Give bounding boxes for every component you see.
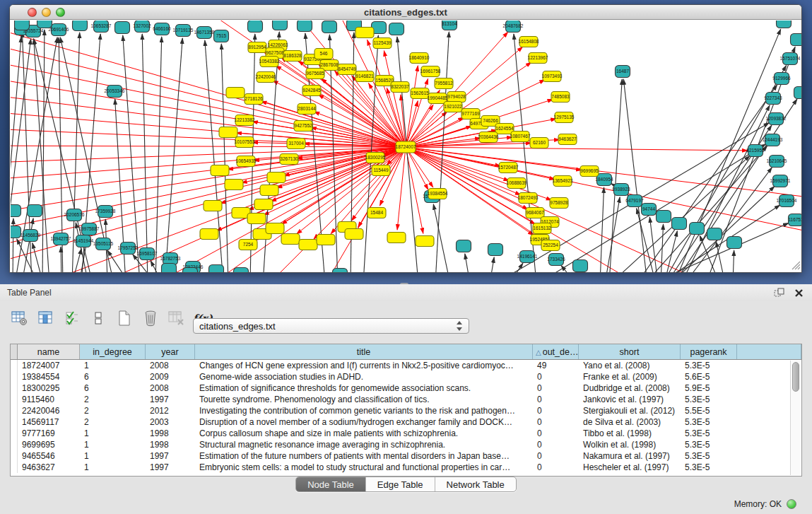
column-header-year[interactable]: year [146,344,195,359]
new-column-icon[interactable] [114,308,134,328]
graph-edge[interactable] [733,250,734,273]
cell-name[interactable]: 9699695 [18,439,80,450]
cell-year[interactable]: 1997 [146,394,195,405]
graph-node[interactable] [345,229,363,240]
graph-edge[interactable] [11,93,406,147]
table-row[interactable]: 1938455462009Genome-wide association stu… [11,371,801,382]
cell-year[interactable]: 1997 [146,450,195,462]
table-scrollbar[interactable] [790,361,801,475]
graph-node[interactable] [355,28,374,38]
tab-node-table[interactable]: Node Table [296,477,366,491]
cell-short[interactable]: Nakamura et al. (1997) [579,450,681,462]
cell-pagerank[interactable]: 5.5E-5 [681,405,737,416]
graph-node[interactable] [247,214,266,224]
cell-short[interactable]: Wolkin et al. (1998) [579,439,681,450]
cell-short[interactable]: Hescheler et al. (1997) [579,462,681,473]
row-height-icon[interactable] [88,308,108,328]
graph-node[interactable] [690,223,705,235]
cell-name[interactable]: 18724007 [18,360,80,371]
cell-outde[interactable]: 0 [533,450,579,462]
cell-pagerank[interactable]: 5.6E-5 [681,371,737,382]
cell-indegree[interactable]: 2 [80,394,146,405]
column-header-pagerank[interactable]: pagerank [681,344,737,359]
cell-title[interactable]: Changes of HCN gene expression and I(f) … [195,360,533,371]
cell-pagerank[interactable]: 5.3E-5 [681,450,737,462]
graph-edge[interactable] [645,146,767,273]
graph-edge[interactable] [623,79,647,273]
cell-name[interactable]: 9463627 [18,462,80,473]
graph-node[interactable] [298,21,312,32]
cell-short[interactable]: Jankovic et al. (1997) [579,394,681,405]
graph-node[interactable] [219,127,237,138]
cell-title[interactable]: Tourette syndrome. Phenomenology and cla… [195,394,533,405]
table-row[interactable]: 977716911998Corpus callosum shape and si… [11,428,801,439]
graph-edge[interactable] [716,242,725,273]
graph-node[interactable] [37,21,52,28]
table-row[interactable]: 946362711997Embryonic stem cells: a mode… [11,462,801,473]
graph-edge[interactable] [33,243,43,273]
column-header-short[interactable]: short [579,344,681,359]
close-panel-icon[interactable] [792,286,805,299]
cell-outde[interactable]: 0 [533,428,579,439]
cell-pagerank[interactable]: 5.3E-5 [681,439,737,450]
cell-year[interactable]: 2003 [146,416,195,428]
graph-node[interactable] [281,234,300,245]
cell-indegree[interactable]: 6 [80,371,146,382]
cell-name[interactable]: 14569117 [18,416,80,428]
cell-indegree[interactable]: 1 [80,462,146,473]
graph-node[interactable] [254,199,273,210]
graph-node[interactable] [15,21,30,30]
cell-pagerank[interactable]: 5.3E-5 [681,462,737,473]
graph-node[interactable] [11,205,21,217]
cell-indegree[interactable]: 1 [80,360,146,371]
graph-node[interactable] [794,87,803,99]
cell-outde[interactable]: 0 [533,371,579,382]
graph-node[interactable] [389,23,404,35]
network-canvas[interactable]: 1935572420691406106532871327002646616010… [11,21,802,273]
cell-outde[interactable]: 49 [533,360,579,371]
graph-edge[interactable] [123,35,140,273]
cell-short[interactable]: Dudbridge et al. (2008) [579,382,681,394]
graph-node[interactable] [225,180,243,190]
cell-title[interactable]: Investigating the contribution of common… [195,405,533,416]
graph-node[interactable] [266,223,284,234]
graph-edge[interactable] [22,218,33,273]
graph-edge[interactable] [490,257,494,273]
graph-node[interactable] [209,265,224,274]
cell-name[interactable]: 22420046 [18,405,80,416]
column-header-title[interactable]: title [195,344,533,359]
graph-edge[interactable] [637,85,777,273]
cell-title[interactable]: Estimation of the future numbers of pati… [195,450,533,462]
graph-edge[interactable] [674,29,781,273]
cell-indegree[interactable]: 1 [80,439,146,450]
cell-year[interactable]: 1998 [146,439,195,450]
column-header-name[interactable]: name [18,344,80,359]
cell-pagerank[interactable]: 5.3E-5 [681,428,737,439]
cell-pagerank[interactable]: 5.3E-5 [681,360,737,371]
graph-node[interactable] [273,21,288,30]
column-header-outde[interactable]: △out_de… [533,344,579,359]
table-selector-dropdown[interactable]: citations_edges.txt [193,318,469,334]
cell-title[interactable]: Disruption of a novel member of a sodium… [195,416,533,428]
graph-edge[interactable] [221,44,228,273]
float-panel-icon[interactable] [772,286,785,299]
graph-node[interactable] [657,211,671,223]
cell-outde[interactable]: 0 [533,394,579,405]
network-canvas-svg[interactable]: 1935572420691406106532871327002646616010… [11,21,802,273]
cell-name[interactable]: 9777169 [18,428,80,439]
graph-edge[interactable] [406,147,510,181]
cell-short[interactable]: Tibbo et al. (1998) [579,428,681,439]
cell-pagerank[interactable]: 5.3E-5 [681,394,737,405]
graph-node[interactable] [791,34,803,46]
graph-node[interactable] [707,228,722,240]
graph-edge[interactable] [465,254,470,273]
show-columns-icon[interactable] [36,308,56,328]
cell-pagerank[interactable]: 5.9E-5 [681,382,737,394]
graph-node[interactable] [260,185,278,196]
graph-node[interactable] [204,201,222,211]
cell-indegree[interactable]: 6 [80,382,146,394]
cell-indegree[interactable]: 1 [80,428,146,439]
cell-year[interactable]: 2009 [146,371,195,382]
graph-node[interactable] [777,21,792,28]
delete-column-icon[interactable] [141,308,160,328]
